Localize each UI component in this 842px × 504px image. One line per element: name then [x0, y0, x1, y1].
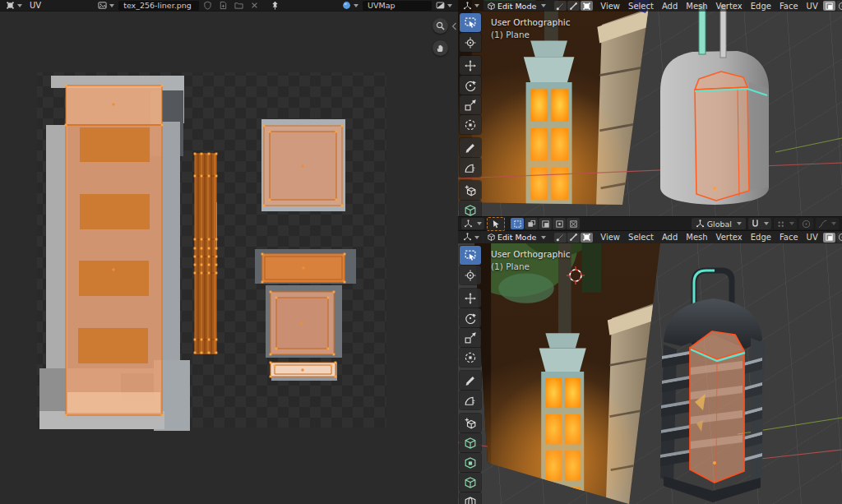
chevron-down-icon: [541, 4, 546, 7]
rotate-tool[interactable]: [460, 76, 481, 95]
model-lantern-top[interactable]: [660, 5, 769, 205]
wireframe-shading-button[interactable]: [836, 1, 842, 11]
close-icon: [250, 1, 259, 10]
fake-user-button[interactable]: [201, 0, 215, 11]
transform-tool[interactable]: [460, 348, 481, 367]
select-intersect-button[interactable]: [567, 218, 580, 229]
viewport-bottom[interactable]: User Orthographic (1) Plane Edit Mode: [458, 231, 842, 504]
viewport-top[interactable]: User Orthographic (1) Plane Edit Mode: [458, 0, 842, 216]
uv-editor-header: UV tex_256-liner.png UVMap: [0, 0, 458, 12]
menu-uv[interactable]: UV: [803, 2, 821, 11]
move-tool[interactable]: [460, 56, 481, 75]
proportional-editing-toggle[interactable]: [799, 218, 813, 229]
uv-island-lantern-side[interactable]: [66, 86, 162, 415]
select-mode-group: [554, 233, 593, 243]
tool-settings-bar: Global: [458, 216, 842, 231]
face-select-button[interactable]: [581, 233, 593, 243]
measure-tool[interactable]: [460, 158, 481, 177]
active-tool-button[interactable]: [487, 217, 505, 231]
proportional-circle-icon: [802, 220, 811, 229]
select-extend-button[interactable]: [525, 218, 538, 229]
display-channels-icon: [436, 1, 445, 10]
select-box-tool[interactable]: [460, 13, 481, 32]
menu-face[interactable]: Face: [776, 233, 802, 242]
move-tool[interactable]: [460, 289, 481, 307]
annotate-tool[interactable]: [460, 371, 481, 390]
menu-edge[interactable]: Edge: [747, 2, 775, 11]
pan-hand-icon[interactable]: [433, 40, 448, 56]
transform-tool[interactable]: [460, 115, 481, 134]
extrude-region-tool[interactable]: [460, 414, 481, 432]
transform-orientation-dropdown[interactable]: Global: [692, 218, 746, 229]
menu-uv[interactable]: UV: [803, 233, 821, 242]
uv-map-select-button[interactable]: [340, 0, 361, 11]
menu-mesh[interactable]: Mesh: [682, 2, 710, 11]
menu-vertex[interactable]: Vertex: [713, 233, 746, 242]
inset-faces-tool[interactable]: [460, 201, 481, 216]
menu-edge[interactable]: Edge: [747, 233, 775, 242]
scale-tool[interactable]: [460, 95, 481, 114]
menu-select[interactable]: Select: [625, 2, 657, 11]
inset-individual-tool[interactable]: [460, 453, 481, 472]
new-image-button[interactable]: [216, 0, 230, 11]
mode-selector[interactable]: Edit Mode: [483, 233, 550, 243]
mode-selector[interactable]: Edit Mode: [483, 1, 550, 11]
annotate-tool[interactable]: [460, 138, 481, 157]
image-name-field[interactable]: tex_256-liner.png: [118, 1, 199, 11]
selected-glass[interactable]: [690, 331, 744, 483]
toggle-xray-button[interactable]: [823, 233, 835, 243]
vertex-select-button[interactable]: [554, 1, 567, 11]
editor-type-button[interactable]: [3, 0, 25, 11]
editor-type-button[interactable]: [461, 218, 484, 229]
menu-add[interactable]: Add: [659, 233, 681, 242]
collapse-arrow-icon[interactable]: [451, 18, 457, 34]
editor-type-button[interactable]: [460, 232, 482, 243]
model-lantern-bottom[interactable]: [660, 270, 764, 502]
toggle-xray-button[interactable]: [823, 1, 835, 11]
open-image-button[interactable]: [232, 0, 246, 11]
uvmap-name-field[interactable]: UVMap: [363, 1, 432, 11]
proportional-falloff-dropdown[interactable]: [816, 218, 839, 229]
zoom-icon[interactable]: [433, 18, 448, 34]
image-browse-button[interactable]: [95, 0, 117, 11]
select-subtract-button[interactable]: [539, 218, 552, 229]
menu-view[interactable]: View: [597, 2, 623, 11]
bevel-tool[interactable]: [460, 473, 481, 492]
menu-select[interactable]: Select: [625, 233, 657, 242]
scale-tool[interactable]: [460, 328, 481, 347]
inset-faces-tool[interactable]: [460, 433, 481, 452]
edge-select-button[interactable]: [567, 1, 580, 11]
uv-island-frame-strips[interactable]: [195, 154, 216, 354]
wireframe-shading-button[interactable]: [836, 233, 842, 243]
snap-with-dropdown[interactable]: [774, 218, 797, 229]
cursor-tool[interactable]: [460, 266, 481, 284]
pin-button[interactable]: [268, 0, 282, 11]
view-mode-label: User Orthographic: [491, 248, 570, 261]
display-channels-button[interactable]: [433, 0, 455, 11]
extrude-region-tool[interactable]: [460, 181, 481, 200]
vertex-select-button[interactable]: [554, 233, 567, 243]
edit-mode-icon: [488, 2, 495, 10]
uv-canvas[interactable]: [0, 12, 458, 504]
cursor-tool[interactable]: [460, 33, 481, 52]
face-select-button[interactable]: [581, 1, 593, 11]
menu-mesh[interactable]: Mesh: [682, 233, 710, 242]
viewport-bottom-header: Edit Mode View Select Add Mesh Vertex Ed…: [458, 231, 842, 243]
unlink-button[interactable]: [248, 0, 261, 11]
menu-uv[interactable]: UV: [26, 1, 44, 10]
viewport-top-header: Edit Mode View Select Add Mesh Vertex Ed…: [458, 0, 842, 12]
menu-view[interactable]: View: [597, 233, 623, 242]
editor-type-button[interactable]: [460, 1, 482, 12]
select-set-button[interactable]: [511, 218, 524, 229]
loop-cut-tool[interactable]: [460, 492, 481, 504]
select-box-tool[interactable]: [460, 246, 481, 265]
menu-add[interactable]: Add: [659, 2, 681, 11]
menu-vertex[interactable]: Vertex: [713, 2, 746, 11]
select-invert-button[interactable]: [553, 218, 566, 229]
rotate-tool[interactable]: [460, 308, 481, 327]
measure-tool[interactable]: [460, 391, 481, 409]
shading-group: [823, 1, 842, 11]
edge-select-button[interactable]: [567, 233, 580, 243]
menu-face[interactable]: Face: [776, 2, 802, 11]
snapping-toggle[interactable]: [748, 218, 771, 229]
